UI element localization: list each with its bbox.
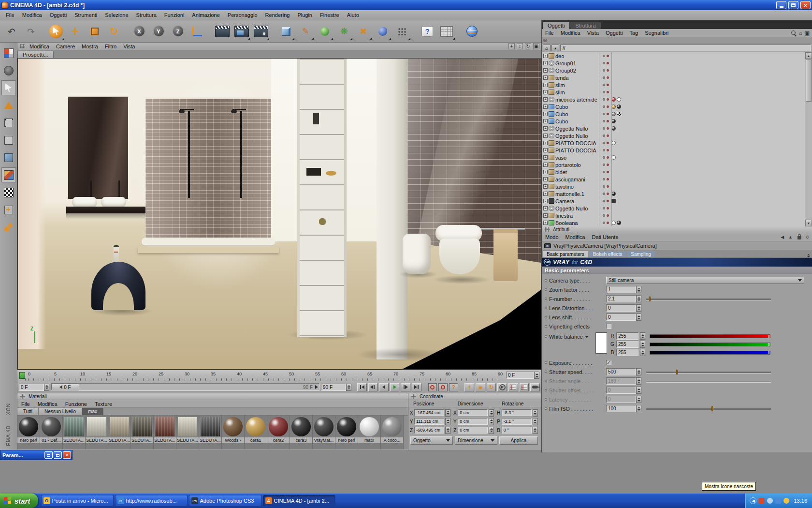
online-updater-button[interactable] bbox=[462, 22, 481, 41]
end-frame-field[interactable]: 90 F bbox=[321, 384, 351, 391]
shutter-speed-slider[interactable] bbox=[646, 369, 771, 375]
expand-icon[interactable]: + bbox=[543, 119, 548, 123]
blue-channel-slider[interactable] bbox=[650, 351, 770, 355]
prev-key-button[interactable] bbox=[368, 383, 378, 391]
render-settings-button[interactable] bbox=[251, 22, 271, 41]
object-tree-row[interactable]: + PIATTO DOCCIA bbox=[542, 147, 812, 154]
slider-handle[interactable] bbox=[711, 406, 713, 411]
expand-icon[interactable]: + bbox=[543, 83, 548, 87]
object-tags[interactable] bbox=[611, 221, 646, 225]
render-dot[interactable] bbox=[607, 156, 609, 159]
help-button[interactable]: ? bbox=[418, 22, 437, 41]
lens-shift-field[interactable]: 0 bbox=[606, 314, 636, 321]
stepper[interactable] bbox=[445, 427, 450, 434]
render-dot[interactable] bbox=[607, 127, 609, 130]
search-icon[interactable] bbox=[791, 30, 797, 36]
visibility-dots[interactable] bbox=[600, 156, 611, 159]
editor-dot[interactable] bbox=[603, 156, 605, 159]
expand-icon[interactable]: + bbox=[543, 163, 548, 167]
size-y-field[interactable]: 0 cm bbox=[458, 418, 488, 425]
close-button[interactable]: × bbox=[63, 451, 71, 459]
render-dot[interactable] bbox=[607, 142, 609, 144]
goto-end-button[interactable] bbox=[412, 383, 421, 391]
prev-frame-button[interactable] bbox=[379, 383, 389, 391]
object-tags[interactable] bbox=[611, 192, 646, 196]
materials-menu-item[interactable]: Funzione bbox=[61, 401, 91, 407]
tag-icon[interactable] bbox=[611, 199, 616, 203]
f-number-slider[interactable] bbox=[646, 296, 771, 302]
render-dot[interactable] bbox=[607, 214, 609, 217]
anim-dot-icon[interactable] bbox=[545, 307, 547, 309]
tag-icon[interactable] bbox=[611, 105, 616, 109]
expand-icon[interactable]: + bbox=[543, 148, 548, 152]
editor-dot[interactable] bbox=[603, 164, 605, 166]
tray-icon-network[interactable] bbox=[775, 498, 781, 504]
path-up-button[interactable]: ▲ bbox=[551, 45, 559, 51]
apply-button[interactable]: Applica bbox=[499, 436, 538, 445]
render-dot[interactable] bbox=[607, 98, 609, 101]
home-icon[interactable]: ⌂ bbox=[799, 30, 802, 36]
tag-icon[interactable] bbox=[611, 112, 616, 116]
render-dot[interactable] bbox=[607, 69, 609, 72]
history-up-icon[interactable]: ▲ bbox=[787, 235, 794, 239]
object-mode-button[interactable] bbox=[1, 80, 16, 95]
scale-tool-button[interactable] bbox=[85, 22, 104, 41]
anim-dot-icon[interactable] bbox=[545, 316, 547, 318]
tag-icon[interactable] bbox=[611, 155, 616, 160]
render-dot[interactable] bbox=[607, 171, 609, 173]
expand-icon[interactable]: + bbox=[543, 105, 548, 109]
film-iso-field[interactable]: 100 bbox=[606, 405, 636, 412]
history-back-icon[interactable]: ◀ bbox=[780, 235, 785, 239]
object-tree-row[interactable]: + Group02 bbox=[542, 67, 812, 74]
expand-icon[interactable]: - bbox=[543, 199, 548, 203]
render-dot[interactable] bbox=[607, 76, 609, 79]
object-tags[interactable] bbox=[611, 97, 646, 102]
object-tree-row[interactable]: + slim bbox=[542, 89, 812, 96]
render-dot[interactable] bbox=[607, 91, 609, 93]
menu-item[interactable]: Strumenti bbox=[71, 11, 101, 19]
texture-mode-button[interactable] bbox=[1, 167, 16, 182]
object-tree-row[interactable]: + mattonelle.1 bbox=[542, 190, 812, 197]
visibility-dots[interactable] bbox=[600, 185, 611, 188]
tag-icon[interactable] bbox=[611, 192, 616, 196]
pan-view-icon[interactable]: + bbox=[508, 43, 515, 49]
render-dot[interactable] bbox=[607, 105, 609, 108]
green-channel-slider[interactable] bbox=[650, 343, 770, 346]
start-button[interactable]: start bbox=[0, 493, 38, 508]
object-tree-row[interactable]: + Cubo bbox=[542, 103, 812, 110]
anim-dot-icon[interactable] bbox=[545, 325, 547, 328]
visibility-dots[interactable] bbox=[600, 171, 611, 173]
coordinates-title-bar[interactable]: Coordinate bbox=[408, 393, 541, 400]
materials-title-bar[interactable]: Materiali bbox=[17, 393, 408, 400]
key-position-button[interactable]: + bbox=[464, 383, 474, 391]
key-rotation-button[interactable]: ↻ bbox=[487, 383, 496, 391]
exposure-checkbox[interactable]: ✓ bbox=[606, 360, 611, 365]
panel-grip-icon[interactable] bbox=[20, 44, 25, 48]
edges-mode-button[interactable] bbox=[1, 133, 16, 148]
f-number-field[interactable]: 2.1 bbox=[606, 295, 636, 302]
expand-icon[interactable]: + bbox=[543, 221, 548, 225]
visibility-dots[interactable] bbox=[600, 127, 611, 130]
menu-item[interactable]: Rendering bbox=[261, 11, 294, 19]
editor-dot[interactable] bbox=[603, 127, 605, 130]
editor-dot[interactable] bbox=[603, 84, 605, 86]
stepper[interactable] bbox=[445, 418, 450, 425]
object-space-dropdown[interactable]: Oggetto bbox=[410, 436, 453, 445]
attributes-menu-item[interactable]: Modo bbox=[542, 234, 562, 240]
tray-icon-update[interactable] bbox=[783, 498, 789, 504]
materials-menu-item[interactable]: File bbox=[17, 401, 34, 407]
camera-type-dropdown[interactable]: Still camera bbox=[606, 277, 804, 284]
editor-dot[interactable] bbox=[603, 193, 605, 195]
taskbar-item[interactable]: Posta in arrivo - Micro... bbox=[41, 495, 114, 507]
render-dot[interactable] bbox=[607, 134, 609, 137]
material-item[interactable]: 01 - Def... bbox=[40, 416, 63, 449]
window-titlebar[interactable]: CINEMA 4D - [ambi 2.c4d *] × bbox=[0, 0, 812, 10]
taskbar-item[interactable]: CINEMA 4D - [ambi 2... bbox=[263, 495, 335, 507]
material-item[interactable]: cera2 bbox=[267, 416, 290, 449]
expand-icon[interactable]: + bbox=[543, 206, 548, 210]
object-tree-row[interactable]: + Oggetto Nullo bbox=[542, 132, 812, 139]
current-frame-field[interactable]: 0 F bbox=[506, 372, 539, 379]
editor-dot[interactable] bbox=[603, 214, 605, 217]
viewport-menu-item[interactable]: Filtro bbox=[102, 44, 120, 49]
object-menu-item[interactable]: Segnalibri bbox=[641, 30, 672, 36]
